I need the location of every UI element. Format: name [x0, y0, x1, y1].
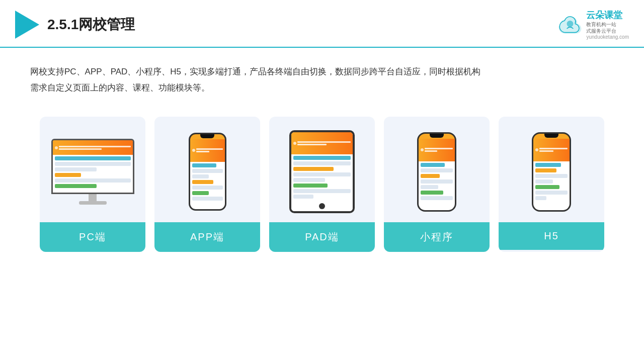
- page-header: 2.5.1网校管理 云朵课堂 教育机构一站式服务云平台 yunduoketang…: [0, 0, 644, 48]
- brand-name: 云朵课堂: [586, 9, 622, 21]
- phone-notch: [200, 134, 214, 138]
- app-card: APP端: [154, 117, 260, 252]
- header-right: 云朵课堂 教育机构一站式服务云平台 yunduoketang.com: [558, 9, 629, 40]
- page-title: 2.5.1网校管理: [47, 15, 135, 34]
- brand-domain: yunduoketang.com: [586, 34, 629, 40]
- app-label: APP端: [154, 222, 260, 252]
- miniprogram-phone-mockup: [417, 132, 456, 212]
- pc-screen: [51, 139, 134, 194]
- phone-notch3: [544, 134, 558, 138]
- tablet-home-btn: [319, 203, 325, 209]
- pad-image-area: [269, 117, 375, 222]
- h5-label: H5: [499, 222, 604, 250]
- logo-triangle-icon: [15, 11, 39, 39]
- description-block: 网校支持PC、APP、PAD、小程序、H5，实现多端打通，产品各终端自由切换，数…: [0, 48, 644, 107]
- pc-stand-base: [79, 201, 107, 205]
- pc-mockup: [51, 139, 134, 205]
- description-line2: 需求自定义页面上的内容、课程、功能模块等。: [30, 80, 614, 96]
- pad-card: PAD端: [269, 117, 375, 252]
- h5-phone-mockup: [532, 132, 571, 212]
- pc-card: PC端: [40, 117, 145, 252]
- pad-label: PAD端: [269, 222, 375, 252]
- app-phone-mockup: [189, 133, 226, 211]
- description-line1: 网校支持PC、APP、PAD、小程序、H5，实现多端打通，产品各终端自由切换，数…: [30, 64, 614, 80]
- miniprogram-label: 小程序: [384, 222, 490, 252]
- h5-image-area: [499, 117, 604, 222]
- brand-sub: 教育机构一站式服务云平台: [586, 21, 616, 34]
- svg-point-0: [567, 21, 574, 27]
- pc-image-area: [40, 117, 145, 222]
- miniprogram-image-area: [384, 117, 490, 222]
- header-left: 2.5.1网校管理: [15, 11, 135, 39]
- phone-notch2: [430, 134, 444, 138]
- pc-label: PC端: [40, 222, 145, 252]
- tablet-mockup: [289, 130, 355, 213]
- app-image-area: [154, 117, 260, 222]
- miniprogram-card: 小程序: [384, 117, 490, 252]
- brand-logo: 云朵课堂 教育机构一站式服务云平台 yunduoketang.com: [558, 9, 629, 40]
- cloud-icon: [558, 16, 582, 34]
- h5-card: H5: [499, 117, 604, 252]
- pc-stand-neck: [89, 194, 97, 201]
- brand-text: 云朵课堂 教育机构一站式服务云平台 yunduoketang.com: [586, 9, 629, 40]
- cards-container: PC端: [0, 107, 644, 267]
